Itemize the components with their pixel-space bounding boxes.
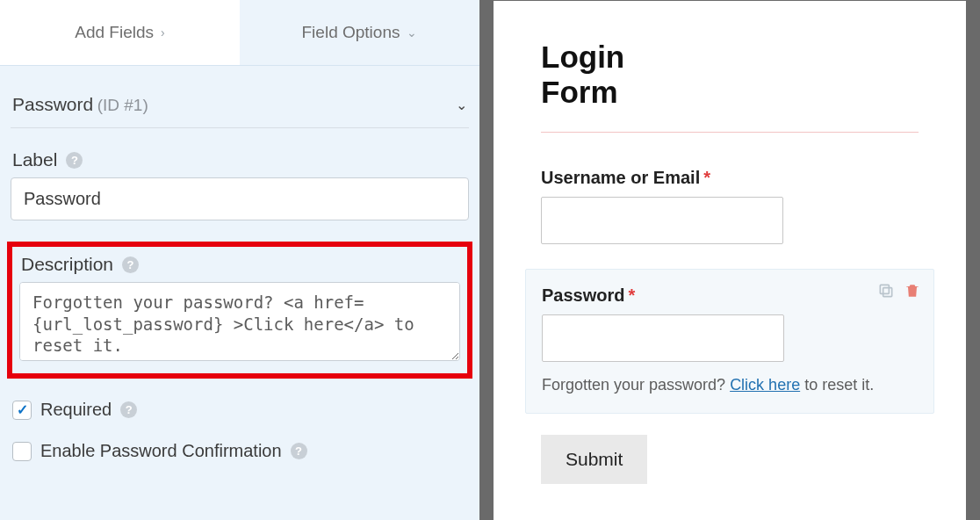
help-icon[interactable]: ? — [120, 401, 137, 418]
required-label: Required — [40, 400, 112, 420]
enable-confirmation-checkbox[interactable] — [12, 442, 32, 461]
trash-icon[interactable] — [904, 282, 921, 300]
required-asterisk: * — [703, 168, 710, 187]
field-name: Password — [12, 94, 93, 114]
chevron-down-icon: ⌄ — [456, 97, 467, 113]
duplicate-icon[interactable] — [877, 282, 895, 300]
chevron-right-icon: › — [161, 25, 165, 40]
panel-divider — [479, 0, 494, 520]
desc-suffix: to reset it. — [800, 376, 874, 394]
form-title: Login Form — [541, 40, 646, 111]
tab-field-options[interactable]: Field Options ⌄ — [240, 0, 479, 65]
tab-field-options-label: Field Options — [302, 23, 400, 42]
preview-username-field[interactable]: Username or Email* — [541, 168, 919, 244]
sidebar-tabs: Add Fields › Field Options ⌄ — [0, 0, 479, 66]
label-input[interactable] — [11, 177, 469, 220]
form-preview: Login Form Username or Email* Password* — [494, 0, 980, 520]
field-id: (ID #1) — [97, 96, 148, 114]
field-options-panel: Password (ID #1) ⌄ Label ? Description ?… — [0, 66, 479, 461]
required-asterisk: * — [628, 285, 635, 305]
enable-confirmation-label: Enable Password Confirmation — [40, 441, 282, 461]
password-description: Forgotten your password? Click here to r… — [542, 374, 918, 395]
username-input[interactable] — [541, 197, 783, 244]
password-label: Password — [542, 285, 624, 305]
title-divider — [541, 132, 919, 133]
svg-rect-0 — [883, 287, 892, 296]
tab-add-fields[interactable]: Add Fields › — [0, 0, 240, 65]
builder-sidebar: Add Fields › Field Options ⌄ Password (I… — [0, 0, 479, 520]
label-heading: Label — [12, 149, 57, 170]
description-textarea[interactable] — [19, 282, 460, 361]
tab-add-fields-label: Add Fields — [75, 23, 154, 42]
field-header-toggle[interactable]: Password (ID #1) ⌄ — [11, 94, 469, 128]
help-icon[interactable]: ? — [66, 152, 83, 169]
chevron-down-icon: ⌄ — [407, 25, 417, 40]
reset-password-link[interactable]: Click here — [730, 376, 800, 394]
description-heading: Description — [21, 254, 113, 275]
submit-button[interactable]: Submit — [541, 435, 647, 484]
desc-prefix: Forgotten your password? — [542, 376, 730, 394]
required-checkbox[interactable] — [12, 401, 32, 420]
help-icon[interactable]: ? — [122, 256, 139, 273]
help-icon[interactable]: ? — [291, 443, 307, 459]
svg-rect-1 — [880, 285, 889, 293]
password-input[interactable] — [542, 314, 784, 362]
username-label: Username or Email — [541, 168, 700, 187]
description-highlight: Description ? — [7, 242, 472, 379]
preview-password-field[interactable]: Password* Forgotten your password? Click… — [525, 269, 934, 414]
